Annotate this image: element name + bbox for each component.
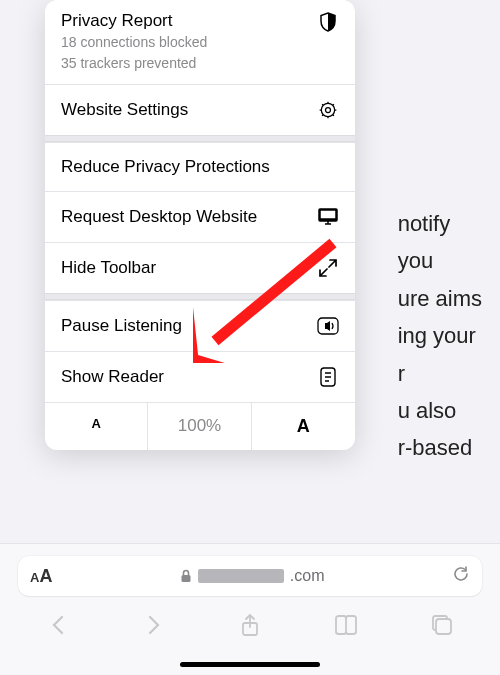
svg-rect-3 bbox=[320, 210, 336, 219]
desktop-icon bbox=[317, 206, 339, 228]
svg-point-1 bbox=[326, 107, 331, 112]
zoom-controls: A 100% A bbox=[45, 402, 355, 450]
browser-chrome: AA .com bbox=[0, 543, 500, 675]
privacy-report-row[interactable]: Privacy Report 18 connections blocked 35… bbox=[45, 0, 355, 84]
request-desktop-label: Request Desktop Website bbox=[61, 207, 257, 227]
show-reader-row[interactable]: Show Reader bbox=[45, 351, 355, 402]
share-button[interactable] bbox=[228, 603, 272, 647]
url-display: .com bbox=[180, 567, 325, 585]
tabs-button[interactable] bbox=[420, 603, 464, 647]
menu-separator bbox=[45, 293, 355, 300]
lock-icon bbox=[180, 569, 192, 583]
reader-icon bbox=[317, 366, 339, 388]
reload-button[interactable] bbox=[452, 565, 470, 587]
show-reader-label: Show Reader bbox=[61, 367, 164, 387]
bookmarks-button[interactable] bbox=[324, 603, 368, 647]
page-content-background: notify you ure aims ing your r u also r-… bbox=[398, 205, 482, 467]
zoom-in-button[interactable]: A bbox=[252, 403, 355, 450]
privacy-report-sub1: 18 connections blocked bbox=[61, 33, 207, 52]
bottom-toolbar bbox=[0, 596, 500, 650]
zoom-level: 100% bbox=[148, 403, 251, 450]
website-settings-label: Website Settings bbox=[61, 100, 188, 120]
privacy-report-title: Privacy Report bbox=[61, 11, 207, 31]
domain-redacted bbox=[198, 569, 284, 583]
zoom-out-button[interactable]: A bbox=[45, 403, 148, 450]
privacy-report-sub2: 35 trackers prevented bbox=[61, 54, 207, 73]
text-size-button[interactable]: AA bbox=[30, 566, 52, 587]
speaker-icon bbox=[317, 315, 339, 337]
url-bar[interactable]: AA .com bbox=[18, 556, 482, 596]
shield-icon bbox=[317, 11, 339, 33]
hide-toolbar-row[interactable]: Hide Toolbar bbox=[45, 242, 355, 293]
pause-listening-label: Pause Listening bbox=[61, 316, 182, 336]
pause-listening-row[interactable]: Pause Listening bbox=[45, 300, 355, 351]
reduce-privacy-label: Reduce Privacy Protections bbox=[61, 157, 270, 177]
hide-toolbar-label: Hide Toolbar bbox=[61, 258, 156, 278]
expand-arrows-icon bbox=[317, 257, 339, 279]
gear-icon bbox=[317, 99, 339, 121]
page-settings-menu: Privacy Report 18 connections blocked 35… bbox=[45, 0, 355, 450]
forward-button[interactable] bbox=[132, 603, 176, 647]
back-button[interactable] bbox=[36, 603, 80, 647]
home-indicator bbox=[180, 662, 320, 667]
svg-rect-10 bbox=[181, 575, 190, 582]
svg-rect-13 bbox=[436, 619, 451, 634]
svg-point-0 bbox=[321, 103, 334, 116]
menu-separator bbox=[45, 135, 355, 142]
request-desktop-row[interactable]: Request Desktop Website bbox=[45, 191, 355, 242]
website-settings-row[interactable]: Website Settings bbox=[45, 84, 355, 135]
reduce-privacy-row[interactable]: Reduce Privacy Protections bbox=[45, 142, 355, 191]
